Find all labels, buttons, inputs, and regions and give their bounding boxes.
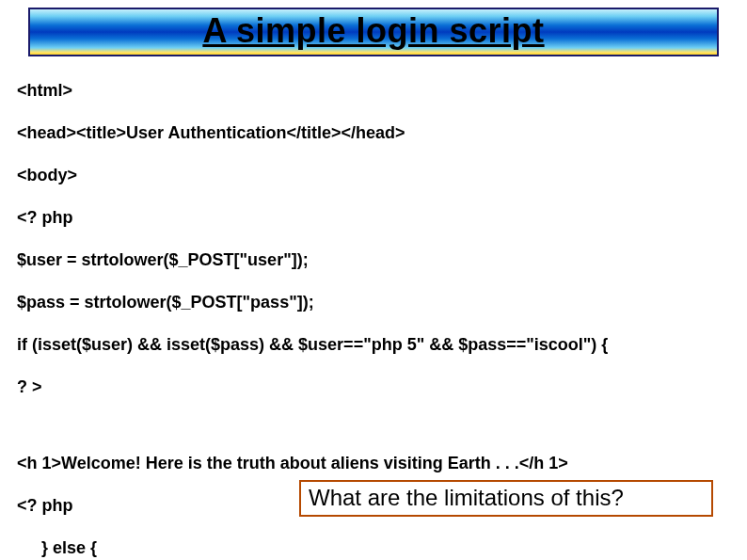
code-line: <head><title>User Authentication</title>… — [17, 122, 747, 144]
code-line: $user = strtolower($_POST["user"]); — [17, 249, 747, 271]
code-line: ? > — [17, 376, 747, 398]
callout-box: What are the limitations of this? — [299, 480, 713, 517]
callout-text: What are the limitations of this? — [309, 485, 624, 510]
code-line: <? php — [17, 207, 747, 229]
code-line: } else { — [17, 537, 747, 559]
code-line: $pass = strtolower($_POST["pass"]); — [17, 292, 747, 313]
code-line: <html> — [17, 80, 747, 102]
code-line: <body> — [17, 165, 747, 186]
code-line: if (isset($user) && isset($pass) && $use… — [17, 334, 747, 356]
slide-title: A simple login script — [202, 11, 544, 50]
slide-title-bar: A simple login script — [28, 8, 719, 56]
code-line: <h 1>Welcome! Here is the truth about al… — [17, 453, 747, 474]
